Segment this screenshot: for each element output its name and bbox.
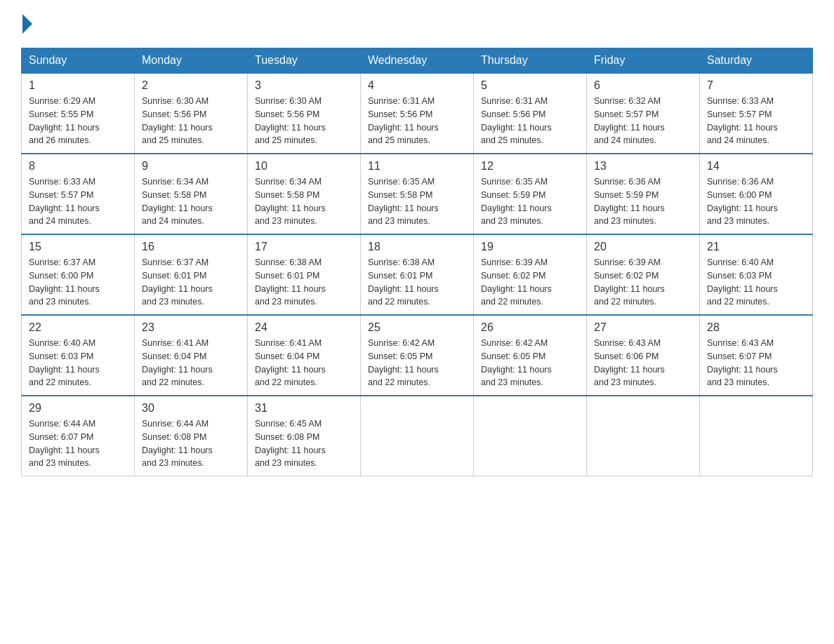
day-number: 23 (142, 321, 240, 334)
calendar-cell: 14Sunrise: 6:36 AMSunset: 6:00 PMDayligh… (700, 154, 813, 234)
calendar-week-1: 1Sunrise: 6:29 AMSunset: 5:55 PMDaylight… (22, 73, 813, 154)
day-number: 18 (368, 241, 466, 253)
header-sunday: Sunday (22, 48, 135, 74)
calendar-cell: 18Sunrise: 6:38 AMSunset: 6:01 PMDayligh… (361, 234, 474, 315)
day-info: Sunrise: 6:44 AMSunset: 6:08 PMDaylight:… (142, 417, 240, 470)
calendar-cell: 4Sunrise: 6:31 AMSunset: 5:56 PMDaylight… (361, 73, 474, 154)
calendar-week-2: 8Sunrise: 6:33 AMSunset: 5:57 PMDaylight… (22, 154, 813, 234)
calendar-cell: 6Sunrise: 6:32 AMSunset: 5:57 PMDaylight… (587, 73, 700, 154)
day-number: 27 (594, 321, 692, 334)
day-info: Sunrise: 6:38 AMSunset: 6:01 PMDaylight:… (255, 256, 353, 309)
day-number: 8 (29, 160, 127, 173)
calendar-cell: 27Sunrise: 6:43 AMSunset: 6:06 PMDayligh… (587, 315, 700, 396)
day-info: Sunrise: 6:39 AMSunset: 6:02 PMDaylight:… (594, 256, 692, 309)
day-info: Sunrise: 6:42 AMSunset: 6:05 PMDaylight:… (481, 337, 579, 389)
calendar-cell: 2Sunrise: 6:30 AMSunset: 5:56 PMDaylight… (135, 73, 248, 154)
calendar-cell: 1Sunrise: 6:29 AMSunset: 5:55 PMDaylight… (22, 73, 135, 154)
day-info: Sunrise: 6:35 AMSunset: 5:58 PMDaylight:… (368, 175, 466, 228)
calendar-cell: 9Sunrise: 6:34 AMSunset: 5:58 PMDaylight… (135, 154, 248, 234)
day-number: 17 (255, 241, 353, 253)
header-tuesday: Tuesday (248, 48, 361, 74)
day-info: Sunrise: 6:37 AMSunset: 6:01 PMDaylight:… (142, 256, 240, 309)
calendar-cell: 24Sunrise: 6:41 AMSunset: 6:04 PMDayligh… (248, 315, 361, 396)
day-info: Sunrise: 6:33 AMSunset: 5:57 PMDaylight:… (707, 95, 805, 147)
header-wednesday: Wednesday (361, 48, 474, 74)
day-info: Sunrise: 6:40 AMSunset: 6:03 PMDaylight:… (29, 337, 127, 389)
day-number: 28 (707, 321, 805, 334)
calendar-cell: 8Sunrise: 6:33 AMSunset: 5:57 PMDaylight… (22, 154, 135, 234)
day-number: 9 (142, 160, 240, 173)
day-number: 30 (142, 402, 240, 415)
calendar-cell: 15Sunrise: 6:37 AMSunset: 6:00 PMDayligh… (22, 234, 135, 315)
calendar-cell: 11Sunrise: 6:35 AMSunset: 5:58 PMDayligh… (361, 154, 474, 234)
day-number: 19 (481, 241, 579, 253)
day-number: 5 (481, 79, 579, 92)
header-saturday: Saturday (700, 48, 813, 74)
calendar-week-4: 22Sunrise: 6:40 AMSunset: 6:03 PMDayligh… (22, 315, 813, 396)
logo (21, 14, 32, 34)
header-monday: Monday (135, 48, 248, 74)
header-thursday: Thursday (474, 48, 587, 74)
day-info: Sunrise: 6:41 AMSunset: 6:04 PMDaylight:… (142, 337, 240, 389)
calendar-cell: 12Sunrise: 6:35 AMSunset: 5:59 PMDayligh… (474, 154, 587, 234)
day-info: Sunrise: 6:36 AMSunset: 6:00 PMDaylight:… (707, 175, 805, 228)
calendar-cell (361, 396, 474, 476)
day-info: Sunrise: 6:45 AMSunset: 6:08 PMDaylight:… (255, 417, 353, 470)
day-info: Sunrise: 6:31 AMSunset: 5:56 PMDaylight:… (368, 95, 466, 147)
day-number: 11 (368, 160, 466, 173)
day-info: Sunrise: 6:41 AMSunset: 6:04 PMDaylight:… (255, 337, 353, 389)
day-number: 1 (29, 79, 127, 92)
calendar-cell: 29Sunrise: 6:44 AMSunset: 6:07 PMDayligh… (22, 396, 135, 476)
day-info: Sunrise: 6:30 AMSunset: 5:56 PMDaylight:… (142, 95, 240, 147)
day-info: Sunrise: 6:36 AMSunset: 5:59 PMDaylight:… (594, 175, 692, 228)
calendar-cell: 22Sunrise: 6:40 AMSunset: 6:03 PMDayligh… (22, 315, 135, 396)
day-info: Sunrise: 6:35 AMSunset: 5:59 PMDaylight:… (481, 175, 579, 228)
day-number: 25 (368, 321, 466, 334)
day-number: 31 (255, 402, 353, 415)
day-number: 7 (707, 79, 805, 92)
calendar-cell: 23Sunrise: 6:41 AMSunset: 6:04 PMDayligh… (135, 315, 248, 396)
day-info: Sunrise: 6:38 AMSunset: 6:01 PMDaylight:… (368, 256, 466, 309)
calendar-cell (587, 396, 700, 476)
calendar-cell: 28Sunrise: 6:43 AMSunset: 6:07 PMDayligh… (700, 315, 813, 396)
day-info: Sunrise: 6:42 AMSunset: 6:05 PMDaylight:… (368, 337, 466, 389)
day-number: 20 (594, 241, 692, 253)
day-number: 21 (707, 241, 805, 253)
calendar-week-5: 29Sunrise: 6:44 AMSunset: 6:07 PMDayligh… (22, 396, 813, 476)
day-info: Sunrise: 6:31 AMSunset: 5:56 PMDaylight:… (481, 95, 579, 147)
day-number: 16 (142, 241, 240, 253)
calendar-week-3: 15Sunrise: 6:37 AMSunset: 6:00 PMDayligh… (22, 234, 813, 315)
calendar-cell: 19Sunrise: 6:39 AMSunset: 6:02 PMDayligh… (474, 234, 587, 315)
day-info: Sunrise: 6:34 AMSunset: 5:58 PMDaylight:… (142, 175, 240, 228)
day-number: 26 (481, 321, 579, 334)
day-number: 12 (481, 160, 579, 173)
day-info: Sunrise: 6:37 AMSunset: 6:00 PMDaylight:… (29, 256, 127, 309)
calendar-cell (474, 396, 587, 476)
header-friday: Friday (587, 48, 700, 74)
day-info: Sunrise: 6:44 AMSunset: 6:07 PMDaylight:… (29, 417, 127, 470)
day-info: Sunrise: 6:43 AMSunset: 6:07 PMDaylight:… (707, 337, 805, 389)
day-info: Sunrise: 6:30 AMSunset: 5:56 PMDaylight:… (255, 95, 353, 147)
page-header (21, 14, 813, 34)
calendar-cell: 13Sunrise: 6:36 AMSunset: 5:59 PMDayligh… (587, 154, 700, 234)
day-number: 6 (594, 79, 692, 92)
calendar-cell: 26Sunrise: 6:42 AMSunset: 6:05 PMDayligh… (474, 315, 587, 396)
day-info: Sunrise: 6:34 AMSunset: 5:58 PMDaylight:… (255, 175, 353, 228)
calendar-cell: 7Sunrise: 6:33 AMSunset: 5:57 PMDaylight… (700, 73, 813, 154)
day-number: 4 (368, 79, 466, 92)
day-number: 22 (29, 321, 127, 334)
day-number: 3 (255, 79, 353, 92)
calendar-cell: 5Sunrise: 6:31 AMSunset: 5:56 PMDaylight… (474, 73, 587, 154)
day-number: 14 (707, 160, 805, 173)
day-info: Sunrise: 6:29 AMSunset: 5:55 PMDaylight:… (29, 95, 127, 147)
day-number: 24 (255, 321, 353, 334)
calendar-cell: 17Sunrise: 6:38 AMSunset: 6:01 PMDayligh… (248, 234, 361, 315)
calendar-cell: 3Sunrise: 6:30 AMSunset: 5:56 PMDaylight… (248, 73, 361, 154)
logo-triangle-icon (22, 14, 32, 34)
calendar-cell: 20Sunrise: 6:39 AMSunset: 6:02 PMDayligh… (587, 234, 700, 315)
day-number: 2 (142, 79, 240, 92)
day-info: Sunrise: 6:40 AMSunset: 6:03 PMDaylight:… (707, 256, 805, 309)
calendar-cell: 16Sunrise: 6:37 AMSunset: 6:01 PMDayligh… (135, 234, 248, 315)
calendar-cell: 25Sunrise: 6:42 AMSunset: 6:05 PMDayligh… (361, 315, 474, 396)
day-number: 10 (255, 160, 353, 173)
